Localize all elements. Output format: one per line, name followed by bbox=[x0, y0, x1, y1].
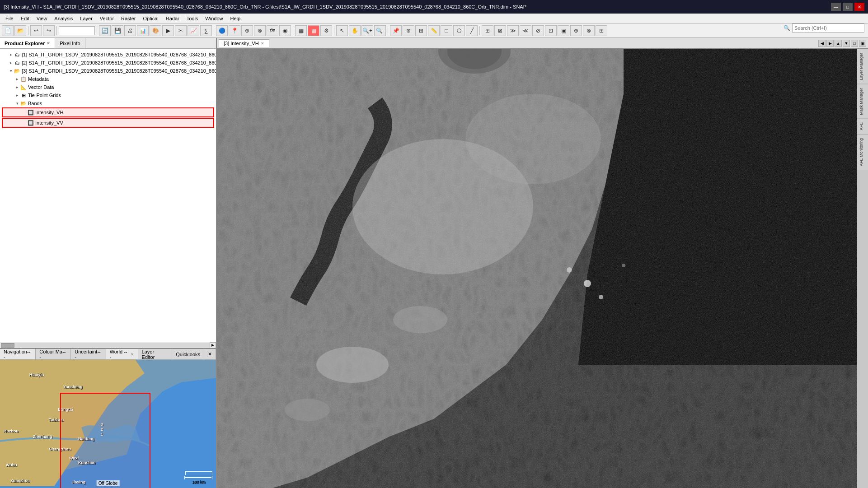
tb-extra6[interactable]: ⊡ bbox=[545, 25, 557, 36]
tb-extra10[interactable]: ⊞ bbox=[596, 25, 607, 36]
tb-btn-16[interactable]: ▦ bbox=[295, 25, 307, 36]
tb-btn-15[interactable]: ◉ bbox=[279, 25, 291, 36]
tb-btn-14[interactable]: 🗺 bbox=[267, 25, 278, 36]
tb-extra4[interactable]: ≪ bbox=[520, 25, 531, 36]
scroll-thumb[interactable] bbox=[1, 343, 14, 348]
tb-select[interactable]: □ bbox=[441, 25, 452, 36]
menu-help[interactable]: Help bbox=[226, 15, 244, 22]
tb-btn-1[interactable]: 🔄 bbox=[99, 25, 111, 36]
satellite-image[interactable]: Layer Manager Mask Manager AFE AFE Monit… bbox=[217, 49, 868, 488]
world-map[interactable]: Huaiyin Yancheng Dongtai Taizhou Huzhou … bbox=[0, 360, 216, 488]
close-button[interactable]: ✕ bbox=[854, 3, 864, 11]
image-tab-vh[interactable]: [3] Intensity_VH ✕ bbox=[219, 39, 269, 47]
product-explorer[interactable]: ▸ 🗂 [1] S1A_IT_GRDH_1SDV_20190828T095515… bbox=[0, 49, 216, 342]
menu-view[interactable]: View bbox=[33, 15, 51, 22]
menu-file[interactable]: File bbox=[2, 15, 17, 22]
scroll-track[interactable] bbox=[15, 343, 210, 348]
tb-extra2[interactable]: ⊠ bbox=[494, 25, 506, 36]
undo-button[interactable]: ↩ bbox=[30, 25, 42, 36]
tab-product-explorer[interactable]: Product Explorer ✕ bbox=[0, 38, 55, 48]
new-button[interactable]: 📄 bbox=[2, 25, 14, 36]
menu-layer[interactable]: Layer bbox=[76, 15, 96, 22]
expand-icon-bands[interactable]: ▾ bbox=[14, 101, 20, 106]
tb-extra5[interactable]: ⊘ bbox=[532, 25, 544, 36]
tree-item-vv[interactable]: 🔲 Intensity_VV bbox=[2, 118, 214, 128]
redo-button[interactable]: ↪ bbox=[43, 25, 55, 36]
tree-item-vh[interactable]: 🔲 Intensity_VH bbox=[2, 107, 214, 117]
expand-icon-3[interactable]: ▾ bbox=[8, 68, 14, 74]
world-tab-close[interactable]: ✕ bbox=[131, 352, 134, 357]
menu-radar[interactable]: Radar bbox=[162, 15, 183, 22]
expand-icon-2[interactable]: ▸ bbox=[8, 60, 14, 65]
vtab-mask-manager[interactable]: Mask Manager bbox=[857, 84, 868, 119]
vtab-afe[interactable]: AFE bbox=[857, 118, 868, 134]
tab-pixel-info[interactable]: Pixel Info bbox=[55, 38, 85, 48]
menu-optical[interactable]: Optical bbox=[139, 15, 162, 22]
horizontal-scrollbar[interactable]: ▶ bbox=[0, 342, 216, 348]
img-nav-up[interactable]: ▲ bbox=[835, 40, 842, 47]
img-nav-max[interactable]: □ bbox=[851, 40, 858, 47]
expand-icon-1[interactable]: ▸ bbox=[8, 52, 14, 57]
open-button[interactable]: 📂 bbox=[14, 25, 26, 36]
menu-analysis[interactable]: Analysis bbox=[51, 15, 76, 22]
expand-icon-meta[interactable]: ▸ bbox=[14, 76, 20, 82]
tree-item-bands[interactable]: ▾ 📂 Bands bbox=[2, 99, 214, 107]
tb-btn-5[interactable]: 🎨 bbox=[150, 25, 161, 36]
tree-item-2[interactable]: ▸ 🗂 [2] S1A_IT_GRDH_1SDV_20190828T095515… bbox=[2, 59, 214, 67]
tb-btn-10[interactable]: 🔵 bbox=[216, 25, 228, 36]
vtab-layer-manager[interactable]: Layer Manager bbox=[857, 49, 868, 84]
zoom-in-button[interactable]: 🔍+ bbox=[361, 25, 373, 36]
tb-extra1[interactable]: ⊞ bbox=[482, 25, 493, 36]
bottom-panel-close[interactable]: ✕ bbox=[204, 349, 216, 359]
tree-item-vector[interactable]: ▸ 📐 Vector Data bbox=[2, 83, 214, 91]
img-nav-prev[interactable]: ◀ bbox=[818, 40, 826, 47]
tree-item-3[interactable]: ▾ 📂 [3] S1A_IT_GRDH_1SDV_20190828T095515… bbox=[2, 67, 214, 75]
tab-world[interactable]: World --- ✕ bbox=[106, 349, 138, 359]
tb-pin[interactable]: 📌 bbox=[390, 25, 402, 36]
tab-quicklooks[interactable]: Quicklooks bbox=[172, 349, 204, 359]
tb-polygon[interactable]: ⬠ bbox=[453, 25, 465, 36]
tb-btn-13[interactable]: ⊗ bbox=[254, 25, 266, 36]
tree-item-1[interactable]: ▸ 🗂 [1] S1A_IT_GRDH_1SDV_20190828T095515… bbox=[2, 51, 214, 59]
tb-btn-11[interactable]: 📍 bbox=[229, 25, 240, 36]
search-input[interactable] bbox=[792, 23, 864, 33]
tb-btn-17[interactable]: ▦ bbox=[308, 25, 319, 36]
cursor-button[interactable]: ↖ bbox=[336, 25, 348, 36]
tab-navigation[interactable]: Navigation--- bbox=[0, 349, 36, 359]
tb-btn-8[interactable]: 📈 bbox=[188, 25, 199, 36]
tab-uncertainty[interactable]: Uncertaint--- bbox=[71, 349, 106, 359]
tb-btn-3[interactable]: 🖨 bbox=[124, 25, 136, 36]
menu-edit[interactable]: Edit bbox=[17, 15, 33, 22]
pan-button[interactable]: ✋ bbox=[349, 25, 361, 36]
img-nav-down[interactable]: ▼ bbox=[843, 40, 850, 47]
tb-btn-12[interactable]: ⊕ bbox=[241, 25, 253, 36]
menu-raster[interactable]: Raster bbox=[117, 15, 139, 22]
tree-item-tiepoint[interactable]: ▸ ⊞ Tie-Point Grids bbox=[2, 91, 214, 99]
tab-layer-editor[interactable]: Layer Editor bbox=[138, 349, 173, 359]
zoom-input[interactable]: 378.0/1256280 bbox=[59, 26, 95, 35]
tree-item-metadata[interactable]: ▸ 📋 Metadata bbox=[2, 75, 214, 83]
zoom-out-button[interactable]: 🔍- bbox=[374, 25, 386, 36]
tb-measure[interactable]: 📏 bbox=[428, 25, 440, 36]
img-nav-next[interactable]: ▶ bbox=[826, 40, 834, 47]
expand-icon-vector[interactable]: ▸ bbox=[14, 84, 20, 90]
tb-gcp2[interactable]: ⊞ bbox=[415, 25, 427, 36]
minimize-button[interactable]: — bbox=[831, 3, 841, 11]
tb-btn-18[interactable]: ⚙ bbox=[320, 25, 332, 36]
tb-btn-7[interactable]: ✂ bbox=[175, 25, 187, 36]
menu-window[interactable]: Window bbox=[202, 15, 226, 22]
tab-colour-manager[interactable]: Colour Ma--- bbox=[36, 349, 71, 359]
tb-btn-2[interactable]: 💾 bbox=[112, 25, 123, 36]
menu-tools[interactable]: Tools bbox=[183, 15, 202, 22]
vtab-afe-monitoring[interactable]: AFE Monitoring bbox=[857, 134, 868, 170]
img-nav-restore[interactable]: ▣ bbox=[859, 40, 866, 47]
maximize-button[interactable]: □ bbox=[843, 3, 853, 11]
tb-extra3[interactable]: ≫ bbox=[507, 25, 519, 36]
tb-line[interactable]: ╱ bbox=[466, 25, 478, 36]
tb-btn-4[interactable]: 📊 bbox=[137, 25, 149, 36]
tb-extra8[interactable]: ⊕ bbox=[570, 25, 582, 36]
img-tab-close[interactable]: ✕ bbox=[261, 41, 264, 46]
scroll-right-btn[interactable]: ▶ bbox=[210, 342, 216, 349]
tb-gcp[interactable]: ⊕ bbox=[403, 25, 414, 36]
tb-btn-9[interactable]: ∑ bbox=[200, 25, 212, 36]
